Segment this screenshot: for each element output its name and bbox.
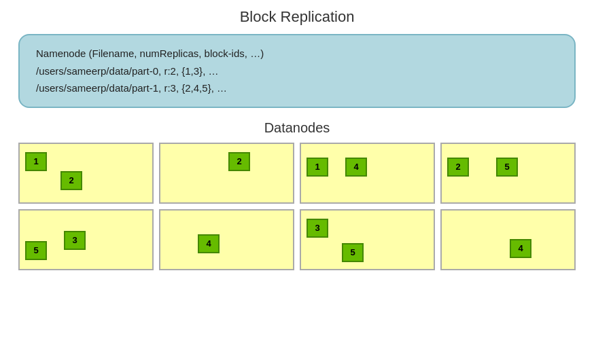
block-1: 1 [25, 152, 47, 171]
datanode-cell-dn2: 2 [159, 143, 294, 204]
block-1: 1 [307, 158, 328, 177]
datanode-cell-dn4: 25 [440, 143, 576, 204]
page-container: Block Replication Namenode (Filename, nu… [0, 0, 594, 364]
namenode-box: Namenode (Filename, numReplicas, block-i… [18, 34, 576, 108]
namenode-line-3: /users/sameerp/data/part-1, r:3, {2,4,5}… [36, 79, 558, 97]
datanodes-label: Datanodes [264, 120, 330, 136]
block-2: 2 [228, 152, 250, 171]
datanode-cell-dn6: 4 [159, 209, 294, 270]
block-2: 2 [447, 158, 469, 177]
namenode-line-1: Namenode (Filename, numReplicas, block-i… [36, 45, 558, 62]
datanode-grid: 1221425534354 [18, 143, 576, 270]
block-4: 4 [198, 234, 220, 253]
datanode-cell-dn3: 14 [300, 143, 435, 204]
block-2: 2 [60, 171, 82, 190]
datanode-cell-dn5: 53 [18, 209, 154, 270]
block-5: 5 [25, 241, 47, 260]
block-5: 5 [496, 158, 518, 177]
block-5: 5 [342, 243, 364, 262]
block-3: 3 [307, 219, 328, 238]
page-title: Block Replication [240, 8, 355, 26]
datanode-cell-dn8: 4 [440, 209, 576, 270]
block-4: 4 [510, 239, 531, 258]
block-4: 4 [345, 158, 367, 177]
block-3: 3 [64, 231, 86, 250]
namenode-line-2: /users/sameerp/data/part-0, r:2, {1,3}, … [36, 62, 558, 80]
datanode-cell-dn1: 12 [18, 143, 154, 204]
datanode-cell-dn7: 35 [300, 209, 435, 270]
